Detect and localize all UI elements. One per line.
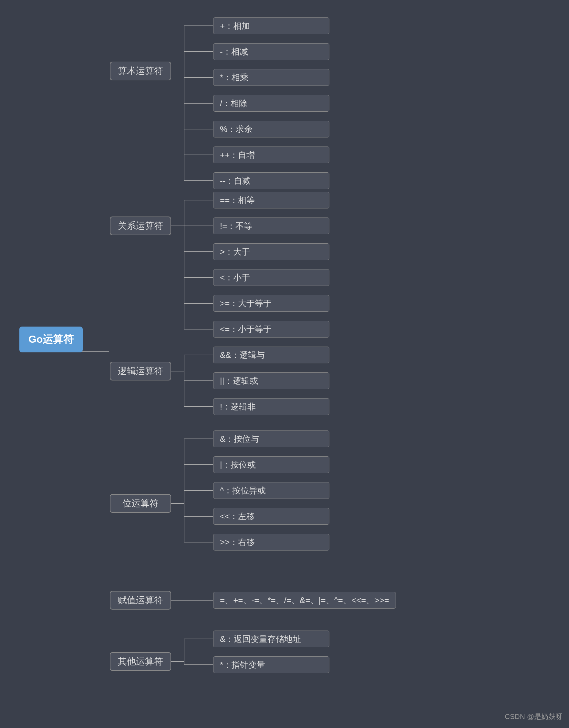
category-node-rel: 关系运算符 [110,217,171,235]
leaf-node: ==：相等 [213,192,330,208]
leaf-node: &&：逻辑与 [213,347,330,363]
leaf-node: *：指针变量 [213,656,330,673]
leaf-node: >>：右移 [213,534,330,551]
leaf-node: <=：小于等于 [213,321,330,338]
root-node: Go运算符 [19,327,83,352]
category-node-arith: 算术运算符 [110,62,171,80]
leaf-node: !：逻辑非 [213,398,330,415]
leaf-node: |：按位或 [213,456,330,473]
leaf-node: --：自减 [213,172,330,189]
leaf-node: -：相减 [213,43,330,60]
leaf-node: &：返回变量存储地址 [213,631,330,647]
leaf-node: !=：不等 [213,217,330,234]
leaf-node: =、+=、-=、*=、/=、&=、|=、^=、<<=、>>= [213,592,396,609]
category-node-logic: 逻辑运算符 [110,362,171,380]
watermark: CSDN @是奶麸呀 [505,712,563,722]
category-node-other: 其他运算符 [110,652,171,671]
leaf-node: ++：自增 [213,147,330,163]
leaf-node: /：相除 [213,95,330,112]
leaf-node: &：按位与 [213,430,330,447]
leaf-node: <：小于 [213,269,330,286]
leaf-node: >=：大于等于 [213,295,330,312]
leaf-node: %：求余 [213,121,330,137]
leaf-node: ^：按位异或 [213,482,330,499]
category-node-assign: 赋值运算符 [110,591,171,610]
diagram-container: Go运算符 CSDN @是奶麸呀 算术运算符+：相加-：相减*：相乘/：相除%：… [0,0,569,728]
leaf-node: >：大于 [213,243,330,260]
leaf-node: <<：左移 [213,508,330,525]
leaf-node: ||：逻辑或 [213,372,330,389]
leaf-node: +：相加 [213,17,330,34]
leaf-node: *：相乘 [213,69,330,86]
category-node-bit: 位运算符 [110,494,171,513]
